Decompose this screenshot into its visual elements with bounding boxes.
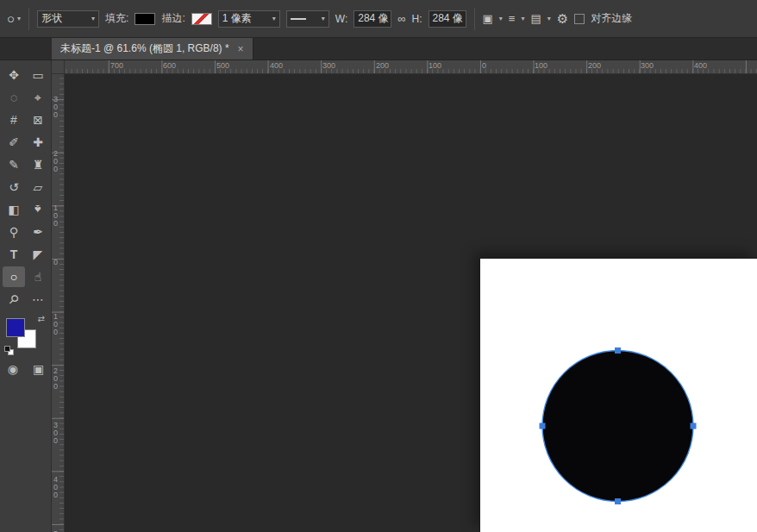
shape-height-value: 284 像 [433, 11, 463, 26]
ruler-corner[interactable] [52, 60, 65, 74]
frame-tool[interactable]: ⊠ [27, 110, 49, 130]
shape-anchor[interactable] [540, 423, 546, 429]
ruler-mark: 700 [110, 61, 123, 70]
ruler-mark: 300 [641, 61, 654, 70]
link-dimensions-icon[interactable]: ∞ [397, 12, 405, 25]
chevron-down-icon: ▾ [499, 15, 503, 22]
chevron-down-icon: ▾ [91, 15, 95, 22]
path-selection-tool[interactable]: ◤ [27, 244, 49, 265]
crop-tool[interactable]: # [3, 110, 25, 130]
mini-foreground-swatch [4, 346, 10, 352]
ellipse-tool[interactable]: ○ [3, 266, 25, 287]
height-label: H: [412, 13, 422, 25]
dodge-tool-icon: ⚲ [9, 226, 18, 238]
width-label: W: [335, 13, 347, 25]
crop-tool-icon: # [10, 114, 17, 126]
ruler-mark: 200 [53, 150, 61, 173]
shape-anchor[interactable] [615, 347, 621, 354]
shape-anchor[interactable] [615, 498, 621, 504]
screen-mode-icon[interactable]: ▣ [33, 362, 44, 376]
canvas-pasteboard[interactable] [65, 74, 757, 532]
ruler-mark: 100 [535, 61, 547, 70]
dodge-tool[interactable]: ⚲ [3, 222, 25, 242]
marquee-tool-icon: ▭ [32, 69, 43, 81]
ruler-mark: 300 [322, 61, 335, 70]
eraser-tool-icon: ▱ [34, 181, 43, 193]
clone-stamp-tool-icon: ♜ [33, 159, 44, 171]
shape-anchor[interactable] [691, 423, 697, 429]
path-arrange-icon[interactable]: ▤ [530, 12, 541, 25]
eyedropper-tool[interactable]: ✐ [3, 132, 25, 153]
tool-mode-value: 形状 [41, 11, 62, 26]
document-tab[interactable]: 未标题-1 @ 61.6% (椭圆 1, RGB/8) * × [52, 38, 253, 59]
hand-tool-icon: ☝ [34, 271, 42, 283]
shape-width-value: 284 像 [358, 11, 388, 26]
ruler-mark: 400 [270, 61, 283, 70]
shape-height-input[interactable]: 284 像 [429, 10, 466, 28]
chevron-down-icon: ▾ [521, 15, 524, 22]
align-edges-checkbox[interactable] [574, 14, 585, 24]
path-alignment-icon[interactable]: ≡ [509, 12, 516, 25]
swap-colors-icon[interactable]: ⇄ [38, 314, 45, 323]
stroke-color-swatch[interactable] [191, 13, 212, 25]
ruler-mark: 100 [53, 204, 61, 228]
stroke-type-line-icon [291, 18, 306, 20]
path-operations-icon[interactable]: ▣ [483, 12, 493, 25]
ruler-mark: 600 [163, 61, 176, 70]
tool-preset-picker[interactable]: ○ ▾ [7, 11, 21, 26]
ruler-mark: 400 [53, 476, 61, 499]
tools-grid: ✥ ▭ ◌ ⌖ # ⊠ ✐ ✚ ✎ ♜ ↺ ▱ ◧ ♠ ⚲ ✒ T ◤ ○ ☝ … [2, 64, 50, 310]
lasso-tool-icon: ◌ [10, 91, 17, 103]
move-tool[interactable]: ✥ [3, 65, 25, 85]
ruler-mark: 0 [482, 61, 486, 70]
stroke-width-dropdown[interactable]: 1 像素 ▾ [218, 10, 280, 28]
tools-panel: ✥ ▭ ◌ ⌖ # ⊠ ✐ ✚ ✎ ♜ ↺ ▱ ◧ ♠ ⚲ ✒ T ◤ ○ ☝ … [0, 60, 52, 532]
pen-tool[interactable]: ✒ [27, 222, 49, 242]
ruler-mark: 200 [53, 367, 61, 391]
pen-tool-icon: ✒ [33, 226, 43, 238]
marquee-tool[interactable]: ▭ [27, 65, 49, 85]
history-brush-tool[interactable]: ↺ [3, 177, 25, 197]
eyedropper-tool-icon: ✐ [9, 136, 19, 148]
gear-icon[interactable]: ⚙ [557, 11, 568, 27]
eraser-tool[interactable]: ▱ [27, 177, 49, 197]
gradient-tool[interactable]: ◧ [3, 199, 25, 220]
quick-mask-icon[interactable]: ◉ [8, 362, 18, 376]
frame-tool-icon: ⊠ [33, 114, 43, 126]
foreground-color-swatch[interactable] [6, 318, 25, 337]
fill-label: 填充: [105, 11, 128, 26]
healing-brush-tool[interactable]: ✚ [27, 132, 49, 153]
main-area: ✥ ▭ ◌ ⌖ # ⊠ ✐ ✚ ✎ ♜ ↺ ▱ ◧ ♠ ⚲ ✒ T ◤ ○ ☝ … [0, 60, 757, 532]
lasso-tool[interactable]: ◌ [3, 87, 25, 108]
ruler-mark: 100 [429, 61, 441, 70]
color-swatches: ⇄ [4, 314, 46, 355]
edit-toolbar-button[interactable]: ⋯ [27, 289, 49, 310]
tool-mode-dropdown[interactable]: 形状 ▾ [37, 10, 99, 28]
default-colors-icon[interactable] [4, 346, 14, 355]
ruler-mark: 200 [588, 61, 601, 70]
ellipse-shape[interactable] [542, 351, 693, 502]
quick-selection-tool[interactable]: ⌖ [27, 87, 49, 108]
close-icon[interactable]: × [238, 43, 244, 55]
type-tool[interactable]: T [3, 244, 25, 265]
ellipsis-icon: ⋯ [32, 293, 44, 305]
blur-tool-icon: ♠ [34, 203, 41, 216]
document-tab-title: 未标题-1 @ 61.6% (椭圆 1, RGB/8) * [60, 41, 229, 56]
chevron-down-icon: ▾ [272, 15, 276, 22]
quick-selection-tool-icon: ⌖ [34, 91, 41, 103]
ruler-mark: 100 [53, 313, 61, 336]
shape-width-input[interactable]: 284 像 [353, 10, 391, 28]
blur-tool[interactable]: ♠ [27, 199, 49, 220]
brush-tool[interactable]: ✎ [3, 154, 25, 175]
fill-color-swatch[interactable] [135, 13, 155, 25]
stroke-label: 描边: [161, 11, 185, 26]
vertical-ruler[interactable]: 300 200 100 0 100 200 300 400 500 [52, 74, 65, 532]
hand-tool[interactable]: ☝ [27, 266, 49, 287]
clone-stamp-tool[interactable]: ♜ [27, 154, 49, 175]
stroke-type-dropdown[interactable]: ▾ [286, 10, 329, 28]
ellipse-tool-icon: ○ [10, 271, 17, 283]
history-brush-tool-icon: ↺ [9, 181, 19, 193]
canvas-document[interactable] [480, 259, 757, 532]
horizontal-ruler[interactable]: 700 600 500 400 300 200 100 0 100 200 30… [65, 60, 757, 74]
zoom-tool[interactable]: ⚲ [3, 289, 25, 310]
